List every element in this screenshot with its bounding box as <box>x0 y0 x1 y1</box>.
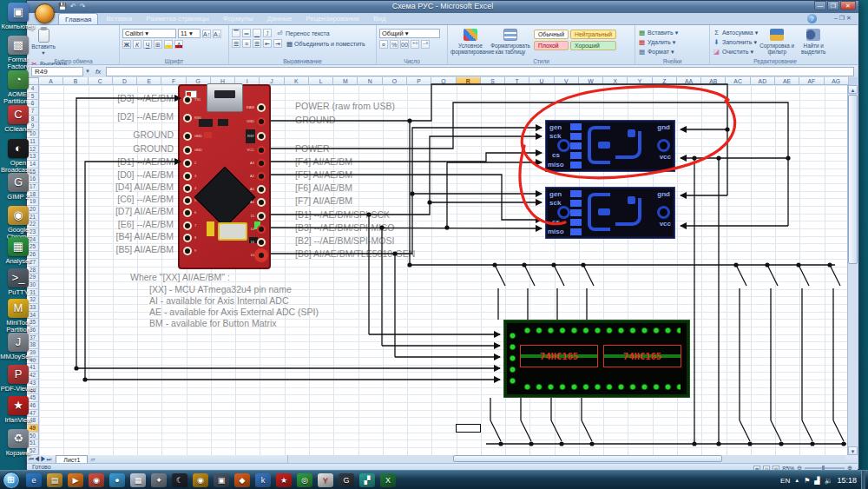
number-format-select[interactable]: Общий ▾ <box>379 29 440 38</box>
taskbar-item-dark-moon[interactable]: ☾ <box>172 473 187 487</box>
vertical-scrollbar[interactable]: ▲ ▼ <box>847 85 858 455</box>
taskbar-item-blue-k[interactable]: k <box>255 473 271 487</box>
format-as-table-button[interactable]: Форматировать как таблицу <box>490 27 530 55</box>
column-header-AA[interactable]: AA <box>677 77 701 85</box>
column-header-K[interactable]: K <box>285 77 309 85</box>
cell-style-Хороший[interactable]: Хороший <box>570 41 616 50</box>
namebox-dropdown-icon[interactable]: ▼ <box>85 69 90 74</box>
undo-icon[interactable]: ↶ <box>70 3 76 10</box>
wrap-text-button[interactable]: ⏎Перенос текста <box>276 30 330 37</box>
increase-decimal-icon[interactable]: ⁺⁰ <box>411 40 419 49</box>
tab-Разметка страницы[interactable]: Разметка страницы <box>140 13 215 24</box>
tab-Главная[interactable]: Главная <box>58 13 98 24</box>
network-icon[interactable]: ▟ <box>814 477 819 485</box>
conditional-formatting-button[interactable]: Условное форматирование <box>450 27 490 55</box>
align-top-icon[interactable]: ▔ <box>232 29 240 37</box>
insert-cells-button[interactable]: ▦Вставить ▾ <box>638 29 707 36</box>
column-header-J[interactable]: J <box>260 77 284 85</box>
desktop-icon-aomei-partition[interactable]: ◔AOMEI Partition... <box>0 70 36 105</box>
desktop-icon-analyser[interactable]: ▦Analyser <box>0 237 36 265</box>
column-header-X[interactable]: X <box>603 77 628 85</box>
column-header-L[interactable]: L <box>309 77 333 85</box>
minimize-button[interactable]: — <box>814 1 826 10</box>
column-header-R[interactable]: R <box>457 77 481 85</box>
column-header-AE[interactable]: AE <box>775 77 799 85</box>
cell-style-Обычный[interactable]: Обычный <box>534 30 569 39</box>
decrease-indent-icon[interactable]: ⇤ <box>263 39 272 48</box>
orientation-icon[interactable]: ⤴ <box>263 29 272 37</box>
save-icon[interactable]: 💾 <box>58 3 67 10</box>
percent-icon[interactable]: % <box>390 40 398 49</box>
column-header-AB[interactable]: AB <box>701 77 726 85</box>
column-header-T[interactable]: T <box>505 77 529 85</box>
desktop-icon-mmjoyset[interactable]: JMMJoySet... <box>0 333 36 360</box>
desktop-icon-computer[interactable]: ▣Компьютер <box>0 3 36 30</box>
name-box[interactable]: R49 <box>31 67 83 76</box>
taskbar-item-internet-explorer[interactable]: e <box>26 473 42 487</box>
clock[interactable]: 15:18 <box>837 476 857 485</box>
font-color-button[interactable]: А <box>174 40 183 49</box>
format-cells-button[interactable]: ▦Формат ▾ <box>638 48 707 56</box>
help-icon[interactable]: ? <box>807 14 817 23</box>
desktop-icon-recycle-bin[interactable]: ♻Корзина <box>0 429 36 457</box>
volume-icon[interactable]: 🔉 <box>824 477 832 485</box>
column-header-W[interactable]: W <box>579 77 603 85</box>
tab-Вид[interactable]: Вид <box>367 13 391 24</box>
tab-Данные[interactable]: Данные <box>261 13 299 24</box>
column-header-E[interactable]: E <box>137 77 161 85</box>
formula-input[interactable] <box>106 67 854 76</box>
tab-Рецензирование[interactable]: Рецензирование <box>299 13 365 24</box>
column-header-Q[interactable]: Q <box>431 77 456 85</box>
desktop-icon-pdf-viewer[interactable]: PPDF-Viewer <box>0 365 36 393</box>
accounting-format-icon[interactable]: ¤ <box>379 40 388 49</box>
sheet-grid[interactable] <box>39 85 849 455</box>
autosum-button[interactable]: ΣАвтосумма ▾ <box>713 29 758 36</box>
column-header-S[interactable]: S <box>481 77 505 85</box>
taskbar-item-gif-tool[interactable]: G <box>339 473 354 487</box>
merge-center-button[interactable]: ▦Объединить и поместить в центре <box>286 40 366 48</box>
font-size-select[interactable]: 11 ▾ <box>178 29 201 38</box>
decrease-decimal-icon[interactable]: ⁻⁰ <box>421 40 430 49</box>
taskbar-item-yandex[interactable]: Y <box>318 473 333 487</box>
start-button[interactable] <box>3 472 20 489</box>
tab-Вставка[interactable]: Вставка <box>100 13 138 24</box>
taskbar-item-media-player[interactable]: ▶ <box>68 473 83 487</box>
align-middle-icon[interactable]: ═ <box>242 29 251 37</box>
action-center-flag-icon[interactable]: ⚑ <box>804 477 810 485</box>
horizontal-scrollbar[interactable] <box>287 455 845 463</box>
column-header-AF[interactable]: AF <box>799 77 824 85</box>
desktop-icon-putty[interactable]: >_PuTTY <box>0 268 36 296</box>
insert-sheet-icon[interactable]: ▱ <box>90 456 95 463</box>
column-header-F[interactable]: F <box>161 77 186 85</box>
taskbar-item-teal-tool[interactable]: ▞ <box>359 473 375 487</box>
align-center-icon[interactable]: ≡ <box>242 39 251 48</box>
column-header-V[interactable]: V <box>555 77 579 85</box>
column-header-AG[interactable]: AG <box>825 77 849 85</box>
grow-font-button[interactable]: A↑ <box>202 30 211 38</box>
align-bottom-icon[interactable]: ▁ <box>253 29 261 37</box>
column-header-A[interactable]: A <box>39 77 63 85</box>
column-header-O[interactable]: O <box>383 77 407 85</box>
desktop-icon-open-broadcaster[interactable]: ◐Open Broadcast... <box>0 139 36 174</box>
desktop-icon-gimp[interactable]: GGIMP 2 <box>0 173 36 201</box>
desktop-icon-format-factory[interactable]: ▩Format Factory <box>0 36 36 70</box>
show-desktop-button[interactable] <box>861 471 865 489</box>
desktop-icon-google-chrome[interactable]: ◉Google Chrome <box>0 206 36 241</box>
taskbar-item-notes-app[interactable]: ▦ <box>130 473 146 487</box>
close-button[interactable]: ✕ <box>840 1 856 10</box>
redo-icon[interactable]: ↷ <box>80 3 86 10</box>
sort-filter-button[interactable]: Сортировка и фильтр <box>758 27 796 55</box>
shrink-font-button[interactable]: A↓ <box>213 30 221 38</box>
maximize-button[interactable]: ❐ <box>827 1 839 10</box>
desktop-icon-ccleaner[interactable]: CCCleaner <box>0 105 36 133</box>
fill-color-button[interactable]: ◌ <box>164 40 173 49</box>
taskbar-item-blue-sphere[interactable]: ● <box>109 473 125 487</box>
vertical-scroll-thumb[interactable] <box>848 95 858 264</box>
delete-cells-button[interactable]: ▦Удалить ▾ <box>638 38 707 46</box>
comma-icon[interactable]: 00 <box>400 40 409 49</box>
tab-Формулы[interactable]: Формулы <box>217 13 260 24</box>
column-header-G[interactable]: G <box>187 77 211 85</box>
increase-indent-icon[interactable]: ⇥ <box>273 39 282 48</box>
column-header-AC[interactable]: AC <box>726 77 750 85</box>
column-header-AD[interactable]: AD <box>751 77 775 85</box>
